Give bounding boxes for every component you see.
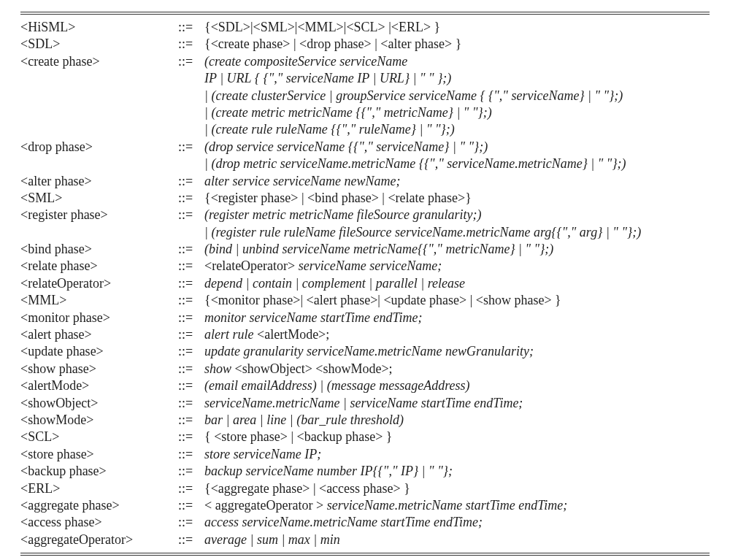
production-rhs: (bind | unbind serviceName metricName{{"… (204, 241, 710, 258)
grammar-row: IP | URL { {"," serviceName IP | URL} | … (20, 70, 710, 87)
production-rhs: | (register rule ruleName fileSource ser… (204, 224, 710, 241)
production-op: ::= (178, 463, 204, 480)
production-rhs: show <showObject> <showMode>; (204, 361, 710, 377)
production-lhs: <store phase> (20, 446, 178, 463)
production-lhs: <ERL> (20, 480, 178, 497)
production-op: ::= (178, 497, 204, 514)
production-lhs: <MML> (20, 292, 178, 309)
grammar-row: <SML>::={<register phase> | <bind phase>… (20, 190, 710, 207)
grammar-row: <show phase>::=show <showObject> <showMo… (20, 361, 710, 377)
production-rhs: (drop service serviceName {{"," serviceN… (204, 139, 710, 156)
grammar-row: <bind phase>::=(bind | unbind serviceNam… (20, 241, 710, 258)
grammar-row: <register phase>::=(register metric metr… (20, 207, 710, 223)
grammar-row: | (register rule ruleName fileSource ser… (20, 224, 710, 241)
grammar-row: <aggregate phase>::=< aggregateOperator … (20, 497, 710, 514)
production-rhs: alter service serviceName newName; (204, 173, 710, 190)
grammar-row: <relate phase>::=<relateOperator> servic… (20, 258, 710, 275)
production-op: ::= (178, 310, 204, 326)
grammar-row: <relateOperator>::=depend | contain | co… (20, 275, 710, 292)
production-rhs: backup serviceName number IP{{"," IP} | … (204, 463, 710, 480)
production-lhs: <update phase> (20, 343, 178, 360)
production-op: ::= (178, 207, 204, 223)
production-lhs: <show phase> (20, 361, 178, 377)
production-op: ::= (178, 343, 204, 360)
production-lhs: <create phase> (20, 53, 178, 70)
production-op: ::= (178, 19, 204, 36)
production-rhs: (create compositeService serviceName (204, 53, 710, 70)
production-rhs: monitor serviceName startTime endTime; (204, 310, 710, 326)
production-op: ::= (178, 480, 204, 497)
production-lhs: <backup phase> (20, 463, 178, 480)
production-rhs: store serviceName IP; (204, 446, 710, 463)
production-rhs: average | sum | max | min (204, 532, 710, 548)
production-lhs: <register phase> (20, 207, 178, 223)
production-rhs: {<SDL>|<SML>|<MML>|<SCL> |<ERL> } (204, 19, 710, 36)
grammar-row: <showMode>::=bar | area | line | (bar_ru… (20, 412, 710, 429)
production-op: ::= (178, 173, 204, 190)
production-op: ::= (178, 412, 204, 429)
production-rhs: { <store phase> | <backup phase> } (204, 429, 710, 445)
production-rhs: <relateOperator> serviceName serviceName… (204, 258, 710, 275)
production-lhs: <alertMode> (20, 377, 178, 394)
production-rhs: bar | area | line | (bar_rule threshold) (204, 412, 710, 429)
production-op: ::= (178, 53, 204, 70)
production-rhs: IP | URL { {"," serviceName IP | URL} | … (204, 70, 710, 87)
production-lhs: <HiSML> (20, 19, 178, 36)
production-op: ::= (178, 532, 204, 548)
production-rhs: {<monitor phase>| <alert phase>| <update… (204, 292, 710, 309)
production-rhs: {<register phase> | <bind phase> | <rela… (204, 190, 710, 207)
grammar-row: <SDL>::={<create phase> | <drop phase> |… (20, 36, 710, 53)
production-op: ::= (178, 190, 204, 207)
production-op: ::= (178, 514, 204, 531)
production-lhs: <SCL> (20, 429, 178, 445)
production-rhs: depend | contain | complement | parallel… (204, 275, 710, 292)
production-op: ::= (178, 361, 204, 377)
production-rhs: serviceName.metricName | serviceName sta… (204, 395, 710, 412)
grammar-row: <aggregateOperator>::=average | sum | ma… (20, 532, 710, 548)
production-rhs: | (create metric metricName {{"," metric… (204, 104, 710, 121)
production-rhs: {<aggregate phase> | <access phase> } (204, 480, 710, 497)
grammar-row: <MML>::={<monitor phase>| <alert phase>|… (20, 292, 710, 309)
grammar-row: <SCL>::={ <store phase> | <backup phase>… (20, 429, 710, 445)
production-lhs: <aggregateOperator> (20, 532, 178, 548)
production-rhs: (register metric metricName fileSource g… (204, 207, 710, 223)
grammar-row: <store phase>::=store serviceName IP; (20, 446, 710, 463)
production-op: ::= (178, 326, 204, 343)
production-op: ::= (178, 258, 204, 275)
production-rhs: {<create phase> | <drop phase> | <alter … (204, 36, 710, 53)
grammar-row: <create phase>::=(create compositeServic… (20, 53, 710, 70)
production-rhs: < aggregateOperator > serviceName.metric… (204, 497, 710, 514)
grammar-row: | (drop metric serviceName.metricName {{… (20, 156, 710, 172)
production-lhs: <drop phase> (20, 139, 178, 156)
grammar-row: <alert phase>::=alert rule <alertMode>; (20, 326, 710, 343)
production-op: ::= (178, 36, 204, 53)
production-rhs: | (create rule ruleName {{"," ruleName} … (204, 121, 710, 138)
production-lhs: <SDL> (20, 36, 178, 53)
grammar-row: | (create clusterService | groupService … (20, 88, 710, 104)
production-op: ::= (178, 275, 204, 292)
grammar-row: <backup phase>::=backup serviceName numb… (20, 463, 710, 480)
production-op: ::= (178, 446, 204, 463)
production-rhs: alert rule <alertMode>; (204, 326, 710, 343)
production-lhs: <showMode> (20, 412, 178, 429)
production-op: ::= (178, 395, 204, 412)
grammar-table: <HiSML>::={<SDL>|<SML>|<MML>|<SCL> |<ERL… (20, 12, 710, 556)
production-op: ::= (178, 139, 204, 156)
grammar-row: | (create rule ruleName {{"," ruleName} … (20, 121, 710, 138)
production-rhs: update granularity serviceName.metricNam… (204, 343, 710, 360)
grammar-row: <alter phase>::=alter service serviceNam… (20, 173, 710, 190)
production-op: ::= (178, 429, 204, 445)
production-rhs: access serviceName.metricName startTime … (204, 514, 710, 531)
production-lhs: <relate phase> (20, 258, 178, 275)
production-lhs: <monitor phase> (20, 310, 178, 326)
production-lhs: <access phase> (20, 514, 178, 531)
production-lhs: <alert phase> (20, 326, 178, 343)
production-op: ::= (178, 377, 204, 394)
production-rhs: | (drop metric serviceName.metricName {{… (204, 156, 710, 172)
production-lhs: <alter phase> (20, 173, 178, 190)
grammar-row: <access phase>::=access serviceName.metr… (20, 514, 710, 531)
grammar-row: <update phase>::=update granularity serv… (20, 343, 710, 360)
grammar-row: <HiSML>::={<SDL>|<SML>|<MML>|<SCL> |<ERL… (20, 19, 710, 36)
production-lhs: <aggregate phase> (20, 497, 178, 514)
production-rhs: | (create clusterService | groupService … (204, 88, 710, 104)
